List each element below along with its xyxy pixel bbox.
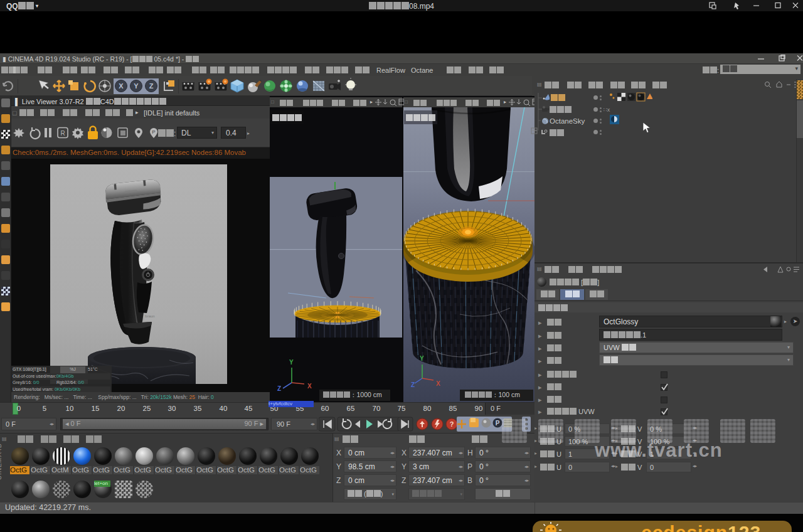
svg-text:X: X [119,82,124,90]
svg-text:P: P [496,420,500,427]
svg-text:Z: Z [277,385,281,392]
svg-text:R: R [60,130,65,137]
svg-text:P: P [152,129,155,135]
svg-text:X: X [436,380,440,387]
svg-text:Y: Y [289,359,294,366]
svg-text:braun: braun [145,314,154,318]
svg-text:Y: Y [420,355,424,362]
svg-text:Y: Y [134,82,139,90]
svg-text:Z: Z [411,381,415,388]
svg-text:?: ? [450,420,454,428]
svg-text:X: X [307,383,312,390]
svg-text:Z: Z [149,82,154,90]
